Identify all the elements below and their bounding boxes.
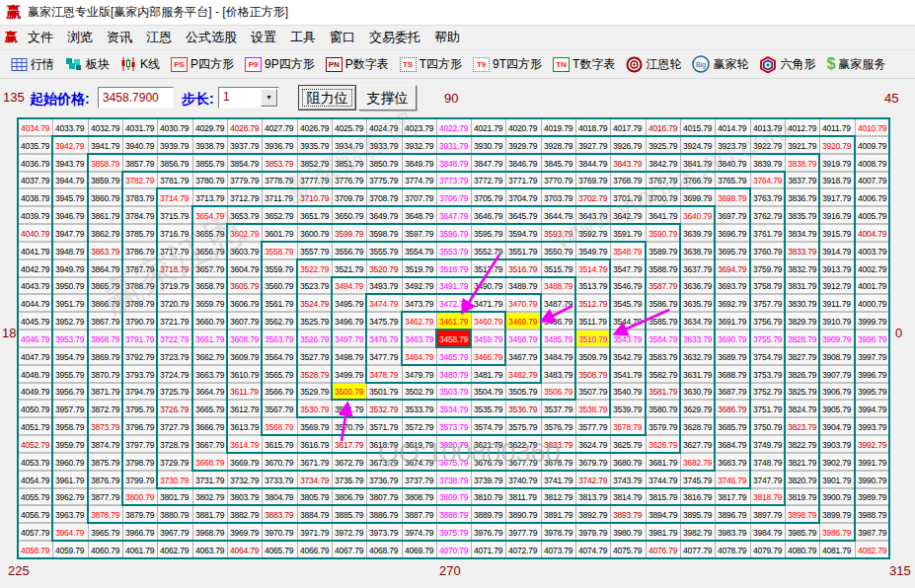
combo-dropdown-button[interactable]: ▼ (261, 89, 277, 107)
price-cell[interactable]: 3811.79 (505, 488, 541, 505)
price-cell[interactable]: 3933.79 (366, 136, 402, 154)
price-cell[interactable]: 3661.79 (192, 330, 227, 347)
price-cell[interactable]: 3859.79 (88, 172, 122, 188)
price-cell[interactable]: 3709.79 (332, 188, 366, 206)
price-cell[interactable]: 3518.79 (436, 259, 471, 277)
price-cell[interactable]: 3913.79 (819, 259, 855, 277)
price-cell[interactable]: 3934.79 (332, 136, 366, 154)
price-cell[interactable]: 3821.79 (785, 453, 819, 471)
price-cell[interactable]: 3771.79 (505, 172, 541, 188)
price-cell[interactable]: 3783.79 (122, 188, 157, 206)
price-cell[interactable]: 3828.79 (785, 330, 819, 347)
price-cell[interactable]: 3730.79 (157, 471, 192, 488)
price-cell[interactable]: 3614.79 (227, 435, 262, 453)
price-cell[interactable]: 3882.79 (227, 505, 262, 523)
menu-item-资讯[interactable]: 资讯 (100, 29, 139, 46)
price-cell[interactable]: 4029.79 (192, 118, 227, 136)
menu-item-帮助[interactable]: 帮助 (427, 29, 467, 46)
price-cell[interactable]: 3999.79 (855, 312, 889, 330)
price-cell[interactable]: 3937.79 (227, 136, 262, 154)
price-cell[interactable]: 3892.79 (575, 505, 610, 523)
price-cell[interactable]: 3985.79 (785, 523, 819, 541)
price-cell[interactable]: 3505.79 (505, 383, 541, 400)
price-cell[interactable]: 3582.79 (646, 365, 680, 383)
price-cell[interactable]: 3596.79 (436, 224, 471, 242)
price-cell[interactable]: 3483.79 (541, 365, 575, 383)
price-cell[interactable]: 3544.79 (610, 312, 646, 330)
price-cell[interactable]: 4007.79 (855, 172, 889, 188)
price-cell[interactable]: 3912.79 (819, 277, 855, 294)
price-cell[interactable]: 3721.79 (157, 312, 192, 330)
price-cell[interactable]: 4031.79 (122, 118, 157, 136)
price-cell[interactable]: 3767.79 (646, 172, 680, 188)
price-cell[interactable]: 3750.79 (750, 417, 785, 435)
price-cell[interactable]: 3549.79 (575, 242, 610, 259)
price-cell[interactable]: 3689.79 (715, 347, 750, 365)
price-cell[interactable]: 3684.79 (715, 435, 750, 453)
price-cell[interactable]: 3967.79 (157, 523, 192, 541)
price-cell[interactable]: 3621.79 (471, 435, 505, 453)
price-cell[interactable]: 3708.79 (366, 188, 402, 206)
price-cell[interactable]: 3986.79 (819, 523, 855, 541)
price-cell[interactable]: 3870.79 (88, 365, 122, 383)
price-cell[interactable]: 3994.79 (855, 400, 889, 417)
price-cell[interactable]: 3632.79 (680, 347, 715, 365)
price-cell[interactable]: 3947.79 (52, 224, 88, 242)
price-cell[interactable]: 3564.79 (262, 347, 297, 365)
price-cell[interactable]: 3971.79 (297, 523, 332, 541)
price-cell[interactable]: 3514.79 (575, 259, 610, 277)
price-cell[interactable]: 3844.79 (575, 154, 610, 172)
price-cell[interactable]: 3672.79 (332, 453, 366, 471)
price-cell[interactable]: 3845.79 (541, 154, 575, 172)
price-cell[interactable]: 3835.79 (785, 206, 819, 224)
price-cell[interactable]: 3987.79 (855, 523, 889, 541)
price-cell[interactable]: 3770.79 (541, 172, 575, 188)
price-cell[interactable]: 3955.79 (52, 365, 88, 383)
price-cell[interactable]: 3861.79 (88, 206, 122, 224)
price-cell[interactable]: 3979.79 (575, 523, 610, 541)
price-cell[interactable]: 4020.79 (505, 118, 541, 136)
price-cell[interactable]: 3612.79 (227, 400, 262, 417)
price-cell[interactable]: 3896.79 (715, 505, 750, 523)
price-cell[interactable]: 3498.79 (332, 347, 366, 365)
price-cell[interactable]: 3961.79 (52, 471, 88, 488)
price-cell[interactable]: 3977.79 (505, 523, 541, 541)
price-cell[interactable]: 3694.79 (715, 259, 750, 277)
price-cell[interactable]: 3716.79 (157, 224, 192, 242)
price-cell[interactable]: 3670.79 (262, 453, 297, 471)
price-cell[interactable]: 3718.79 (157, 259, 192, 277)
price-cell[interactable]: 3763.79 (750, 188, 785, 206)
price-cell[interactable]: 3580.79 (646, 400, 680, 417)
price-cell[interactable]: 3872.79 (88, 400, 122, 417)
price-cell[interactable]: 4068.79 (366, 541, 402, 558)
price-cell[interactable]: 3512.79 (575, 294, 610, 312)
price-cell[interactable]: 3869.79 (88, 347, 122, 365)
price-cell[interactable]: 3959.79 (52, 435, 88, 453)
price-cell[interactable]: 4022.79 (436, 118, 471, 136)
price-cell[interactable]: 3710.79 (297, 188, 332, 206)
price-cell[interactable]: 3888.79 (436, 505, 471, 523)
price-cell[interactable]: 3862.79 (88, 224, 122, 242)
toolbar-button-板块[interactable]: 板块 (65, 56, 110, 73)
price-cell[interactable]: 3702.79 (575, 188, 610, 206)
price-cell[interactable]: 3917.79 (819, 188, 855, 206)
price-cell[interactable]: 3887.79 (402, 505, 436, 523)
price-cell[interactable]: 4049.79 (18, 383, 52, 400)
price-cell[interactable]: 3944.79 (52, 172, 88, 188)
price-cell[interactable]: 3624.79 (575, 435, 610, 453)
price-cell[interactable]: 3489.79 (505, 277, 541, 294)
price-cell[interactable]: 3936.79 (262, 136, 297, 154)
price-cell[interactable]: 3681.79 (646, 453, 680, 471)
price-cell[interactable]: 4016.79 (646, 118, 680, 136)
price-cell[interactable]: 3800.79 (122, 488, 157, 505)
price-cell[interactable]: 3676.79 (471, 453, 505, 471)
toolbar-button-六角形[interactable]: 六角形 (759, 56, 815, 73)
price-cell[interactable]: 3772.79 (471, 172, 505, 188)
price-cell[interactable]: 4025.79 (332, 118, 366, 136)
price-cell[interactable]: 3817.79 (715, 488, 750, 505)
price-cell[interactable]: 4044.79 (18, 294, 52, 312)
price-cell[interactable]: 3548.79 (610, 242, 646, 259)
price-cell[interactable]: 3911.79 (819, 294, 855, 312)
price-cell[interactable]: 3644.79 (541, 206, 575, 224)
price-cell[interactable]: 4077.79 (680, 541, 715, 558)
